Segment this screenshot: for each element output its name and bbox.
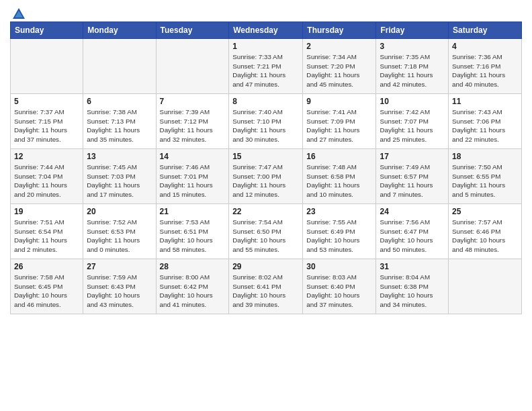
day-info: Sunrise: 7:55 AM Sunset: 6:49 PM Dayligh… [306, 218, 372, 255]
calendar-header-row: SundayMondayTuesdayWednesdayThursdayFrid… [11, 22, 522, 39]
day-info: Sunrise: 7:44 AM Sunset: 7:04 PM Dayligh… [14, 163, 79, 199]
weekday-header-sunday: Sunday [11, 22, 83, 39]
calendar-cell: 8Sunrise: 7:40 AM Sunset: 7:10 PM Daylig… [229, 94, 303, 149]
day-info: Sunrise: 7:36 AM Sunset: 7:16 PM Dayligh… [452, 52, 518, 89]
day-number: 1 [232, 42, 299, 51]
calendar-cell: 28Sunrise: 8:00 AM Sunset: 6:42 PM Dayli… [156, 259, 229, 314]
day-info: Sunrise: 7:50 AM Sunset: 6:55 PM Dayligh… [452, 163, 518, 199]
day-info: Sunrise: 8:00 AM Sunset: 6:42 PM Dayligh… [160, 273, 226, 310]
day-info: Sunrise: 7:37 AM Sunset: 7:15 PM Dayligh… [14, 107, 79, 144]
calendar-week-1: 1Sunrise: 7:33 AM Sunset: 7:21 PM Daylig… [11, 39, 522, 94]
day-number: 10 [380, 97, 445, 106]
day-number: 4 [452, 42, 518, 51]
day-number: 9 [306, 97, 372, 106]
day-info: Sunrise: 7:35 AM Sunset: 7:18 PM Dayligh… [380, 52, 445, 89]
calendar-cell: 19Sunrise: 7:51 AM Sunset: 6:54 PM Dayli… [11, 204, 83, 259]
calendar-cell: 2Sunrise: 7:34 AM Sunset: 7:20 PM Daylig… [303, 39, 376, 94]
calendar-cell: 4Sunrise: 7:36 AM Sunset: 7:16 PM Daylig… [449, 39, 522, 94]
calendar-cell: 29Sunrise: 8:02 AM Sunset: 6:41 PM Dayli… [229, 259, 303, 314]
day-number: 11 [452, 97, 518, 106]
calendar-cell: 22Sunrise: 7:54 AM Sunset: 6:50 PM Dayli… [229, 204, 303, 259]
calendar-cell: 16Sunrise: 7:48 AM Sunset: 6:58 PM Dayli… [303, 149, 376, 204]
calendar-cell: 18Sunrise: 7:50 AM Sunset: 6:55 PM Dayli… [449, 149, 522, 204]
calendar-cell: 14Sunrise: 7:46 AM Sunset: 7:01 PM Dayli… [156, 149, 229, 204]
day-number: 30 [306, 262, 372, 271]
calendar-cell [449, 259, 522, 314]
calendar-cell: 30Sunrise: 8:03 AM Sunset: 6:40 PM Dayli… [303, 259, 376, 314]
day-number: 2 [306, 42, 372, 51]
logo [10, 7, 26, 19]
weekday-header-friday: Friday [376, 22, 449, 39]
weekday-header-monday: Monday [83, 22, 156, 39]
day-number: 31 [380, 262, 445, 271]
weekday-header-saturday: Saturday [449, 22, 522, 39]
day-info: Sunrise: 8:02 AM Sunset: 6:41 PM Dayligh… [232, 273, 299, 310]
day-info: Sunrise: 7:33 AM Sunset: 7:21 PM Dayligh… [232, 52, 299, 89]
calendar-cell: 5Sunrise: 7:37 AM Sunset: 7:15 PM Daylig… [11, 94, 83, 149]
day-info: Sunrise: 7:56 AM Sunset: 6:47 PM Dayligh… [380, 218, 445, 255]
calendar-cell: 24Sunrise: 7:56 AM Sunset: 6:47 PM Dayli… [376, 204, 449, 259]
calendar-cell: 13Sunrise: 7:45 AM Sunset: 7:03 PM Dayli… [83, 149, 156, 204]
day-info: Sunrise: 7:39 AM Sunset: 7:12 PM Dayligh… [160, 107, 226, 144]
day-number: 27 [87, 262, 152, 271]
logo-icon [11, 7, 26, 21]
calendar-cell: 11Sunrise: 7:43 AM Sunset: 7:06 PM Dayli… [449, 94, 522, 149]
day-number: 8 [232, 97, 299, 106]
day-info: Sunrise: 7:54 AM Sunset: 6:50 PM Dayligh… [232, 218, 299, 255]
day-info: Sunrise: 7:51 AM Sunset: 6:54 PM Dayligh… [14, 218, 79, 255]
day-number: 25 [452, 207, 518, 216]
calendar-cell: 21Sunrise: 7:53 AM Sunset: 6:51 PM Dayli… [156, 204, 229, 259]
day-number: 17 [380, 152, 445, 161]
calendar-cell: 26Sunrise: 7:58 AM Sunset: 6:45 PM Dayli… [11, 259, 83, 314]
weekday-header-tuesday: Tuesday [156, 22, 229, 39]
calendar-cell: 23Sunrise: 7:55 AM Sunset: 6:49 PM Dayli… [303, 204, 376, 259]
calendar-table: SundayMondayTuesdayWednesdayThursdayFrid… [10, 21, 522, 314]
day-info: Sunrise: 7:49 AM Sunset: 6:57 PM Dayligh… [380, 163, 445, 199]
day-number: 3 [380, 42, 445, 51]
day-number: 19 [14, 207, 79, 216]
calendar-cell: 7Sunrise: 7:39 AM Sunset: 7:12 PM Daylig… [156, 94, 229, 149]
day-info: Sunrise: 7:40 AM Sunset: 7:10 PM Dayligh… [232, 107, 299, 144]
calendar-cell: 25Sunrise: 7:57 AM Sunset: 6:46 PM Dayli… [449, 204, 522, 259]
day-number: 23 [306, 207, 372, 216]
calendar-cell [83, 39, 156, 94]
calendar-cell: 20Sunrise: 7:52 AM Sunset: 6:53 PM Dayli… [83, 204, 156, 259]
day-info: Sunrise: 7:46 AM Sunset: 7:01 PM Dayligh… [160, 163, 226, 199]
day-info: Sunrise: 7:41 AM Sunset: 7:09 PM Dayligh… [306, 107, 372, 144]
day-number: 26 [14, 262, 79, 271]
day-info: Sunrise: 8:03 AM Sunset: 6:40 PM Dayligh… [306, 273, 372, 310]
day-number: 24 [380, 207, 445, 216]
calendar-week-2: 5Sunrise: 7:37 AM Sunset: 7:15 PM Daylig… [11, 94, 522, 149]
weekday-header-thursday: Thursday [303, 22, 376, 39]
day-info: Sunrise: 7:43 AM Sunset: 7:06 PM Dayligh… [452, 107, 518, 144]
calendar-cell: 31Sunrise: 8:04 AM Sunset: 6:38 PM Dayli… [376, 259, 449, 314]
calendar-cell: 15Sunrise: 7:47 AM Sunset: 7:00 PM Dayli… [229, 149, 303, 204]
day-number: 7 [160, 97, 226, 106]
calendar-cell: 12Sunrise: 7:44 AM Sunset: 7:04 PM Dayli… [11, 149, 83, 204]
day-number: 15 [232, 152, 299, 161]
day-number: 21 [160, 207, 226, 216]
day-number: 29 [232, 262, 299, 271]
day-number: 20 [87, 207, 152, 216]
day-number: 16 [306, 152, 372, 161]
day-number: 22 [232, 207, 299, 216]
day-info: Sunrise: 7:47 AM Sunset: 7:00 PM Dayligh… [232, 163, 299, 199]
day-info: Sunrise: 7:48 AM Sunset: 6:58 PM Dayligh… [306, 163, 372, 199]
day-info: Sunrise: 7:38 AM Sunset: 7:13 PM Dayligh… [87, 107, 152, 144]
calendar-cell: 17Sunrise: 7:49 AM Sunset: 6:57 PM Dayli… [376, 149, 449, 204]
calendar-week-4: 19Sunrise: 7:51 AM Sunset: 6:54 PM Dayli… [11, 204, 522, 259]
calendar-cell [156, 39, 229, 94]
day-info: Sunrise: 7:53 AM Sunset: 6:51 PM Dayligh… [160, 218, 226, 255]
day-info: Sunrise: 8:04 AM Sunset: 6:38 PM Dayligh… [380, 273, 445, 310]
day-info: Sunrise: 7:34 AM Sunset: 7:20 PM Dayligh… [306, 52, 372, 89]
day-info: Sunrise: 7:52 AM Sunset: 6:53 PM Dayligh… [87, 218, 152, 255]
day-info: Sunrise: 7:58 AM Sunset: 6:45 PM Dayligh… [14, 273, 79, 310]
day-number: 13 [87, 152, 152, 161]
day-info: Sunrise: 7:57 AM Sunset: 6:46 PM Dayligh… [452, 218, 518, 255]
calendar-cell: 10Sunrise: 7:42 AM Sunset: 7:07 PM Dayli… [376, 94, 449, 149]
calendar-week-3: 12Sunrise: 7:44 AM Sunset: 7:04 PM Dayli… [11, 149, 522, 204]
day-number: 12 [14, 152, 79, 161]
day-info: Sunrise: 7:59 AM Sunset: 6:43 PM Dayligh… [87, 273, 152, 310]
calendar-cell: 3Sunrise: 7:35 AM Sunset: 7:18 PM Daylig… [376, 39, 449, 94]
calendar-cell: 9Sunrise: 7:41 AM Sunset: 7:09 PM Daylig… [303, 94, 376, 149]
